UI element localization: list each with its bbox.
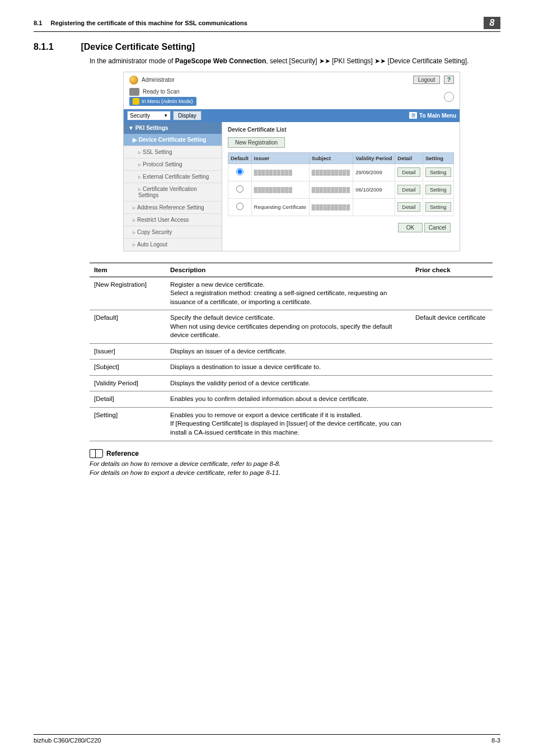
intro-post: , select [Security] ➤➤ [PKI Settings] ➤➤… [266, 57, 469, 65]
screenshot-panel: Administrator Logout ? Ready to Scan In … [123, 72, 460, 251]
printer-icon [129, 88, 139, 96]
heading-number: 8.1.1 [34, 42, 78, 52]
heading-title: [Device Certificate Setting] [81, 42, 195, 52]
nav-restrict-user[interactable]: ▹Restrict User Access [124, 213, 222, 226]
nav-ext-cert-label: External Certificate Setting [143, 174, 209, 180]
desc-description: Displays the validity period of a device… [166, 375, 411, 391]
nav-cert-verification[interactable]: ▹Certificate Verification Settings [124, 183, 222, 201]
desc-item: [Issuer] [90, 343, 166, 360]
nav-external-certificate[interactable]: ▹External Certificate Setting [124, 170, 222, 183]
detail-button[interactable]: Detail [397, 185, 420, 194]
default-radio[interactable] [236, 185, 243, 193]
desc-description: Specify the default device certificate. … [166, 310, 411, 344]
setting-button[interactable]: Setting [425, 202, 451, 212]
footer-model: bizhub C360/C280/C220 [34, 737, 101, 744]
dropdown-value: Security [130, 113, 150, 119]
administrator-icon [129, 76, 138, 85]
setting-button[interactable]: Setting [425, 167, 451, 177]
desc-prior [411, 360, 493, 376]
sidebar-nav: ▼ PKI Settings ▶ Device Certificate Sett… [124, 122, 222, 251]
desc-header-description: Description [166, 263, 411, 277]
chapter-badge: 8 [484, 17, 500, 29]
nav-copy-security[interactable]: ▹Copy Security [124, 226, 222, 238]
intro-paragraph: In the administrator mode of PageScope W… [90, 57, 500, 66]
desc-item: [Validity Period] [90, 375, 166, 391]
nav-address-reference[interactable]: ▹Address Reference Setting [124, 201, 222, 213]
desc-prior [411, 407, 493, 441]
logout-button[interactable]: Logout [413, 76, 441, 84]
desc-header-item: Item [90, 263, 166, 277]
administrator-label: Administrator [142, 77, 175, 83]
table-row: Requesting Certificate ██████████ Detail… [228, 198, 454, 216]
reference-line: For details on how to export a device ce… [90, 469, 500, 476]
main-menu-icon: ☰ [409, 112, 417, 119]
nav-device-certificate[interactable]: ▶ Device Certificate Setting [124, 134, 222, 146]
section-number: 8.1 [34, 20, 42, 26]
table-row: ██████████ ██████████ 29/09/2009 Detail … [228, 164, 454, 181]
table-row: [Default]Specify the default device cert… [90, 310, 493, 344]
reference-line: For details on how to remove a device ce… [90, 460, 500, 467]
desc-prior [411, 375, 493, 391]
nav-auto-logout[interactable]: ▹Auto Logout [124, 238, 222, 250]
ok-button[interactable]: OK [398, 223, 423, 232]
desc-header-prior: Prior check [411, 263, 493, 277]
help-button[interactable]: ? [444, 76, 454, 84]
to-main-menu-link[interactable]: ☰ To Main Menu [409, 112, 456, 119]
issuer-cell: ██████████ [254, 170, 293, 175]
setting-button[interactable]: Setting [425, 185, 451, 194]
desc-prior [411, 391, 493, 408]
desc-item: [Subject] [90, 360, 166, 376]
desc-item: [Detail] [90, 391, 166, 408]
intro-pre: In the administrator mode of [90, 57, 175, 65]
validity-cell [353, 198, 395, 216]
reference-label: Reference [106, 450, 139, 458]
desc-prior [411, 277, 493, 310]
cancel-button[interactable]: Cancel [424, 223, 451, 232]
subject-cell: ██████████ [312, 187, 350, 193]
chevron-down-icon: ▼ [163, 113, 168, 118]
default-radio[interactable] [236, 203, 243, 210]
reference-icon [90, 449, 103, 458]
detail-button[interactable]: Detail [397, 202, 420, 212]
validity-cell: 29/09/2009 [353, 164, 395, 181]
display-button[interactable]: Display [173, 111, 202, 120]
table-row: [Subject]Displays a destination to issue… [90, 360, 493, 376]
desc-prior: Default device certificate [411, 310, 493, 344]
default-radio[interactable] [236, 168, 243, 175]
nav-ssl-setting[interactable]: ▹SSL Setting [124, 146, 222, 158]
subject-cell: ██████████ [312, 204, 350, 210]
nav-addr-ref-label: Address Reference Setting [137, 204, 204, 211]
mode-icon [133, 98, 139, 105]
mode-label: In Menu (Admin Mode) [142, 99, 193, 104]
cert-list-title: Device Certificate List [228, 127, 454, 133]
nav-auto-logout-label: Auto Logout [137, 241, 167, 248]
desc-description: Displays a destination to issue a device… [166, 360, 411, 376]
nav-restrict-label: Restrict User Access [137, 217, 189, 223]
table-row: [Setting]Enables you to remove or export… [90, 407, 493, 441]
mode-badge: In Menu (Admin Mode) [129, 97, 196, 106]
nav-pki-settings[interactable]: ▼ PKI Settings [124, 122, 222, 134]
table-row: [Validity Period]Displays the validity p… [90, 375, 493, 391]
desc-description: Register a new device certificate. Selec… [166, 277, 411, 310]
nav-cert-verif-label: Certificate Verification Settings [138, 186, 197, 198]
status-ready: Ready to Scan [143, 88, 180, 95]
validity-cell: 06/10/2009 [353, 181, 395, 198]
section-title: Registering the certificate of this mach… [51, 20, 247, 26]
desc-description: Displays an issuer of a device certifica… [166, 343, 411, 360]
to-main-label: To Main Menu [419, 113, 456, 119]
intro-bold: PageScope Web Connection [175, 57, 266, 65]
category-dropdown[interactable]: Security ▼ [127, 111, 171, 120]
desc-description: Enables you to confirm detailed informat… [166, 391, 411, 408]
nav-protocol-setting[interactable]: ▹Protocol Setting [124, 158, 222, 170]
refresh-icon[interactable] [444, 92, 454, 102]
detail-button[interactable]: Detail [397, 167, 420, 177]
col-subject: Subject [309, 152, 353, 164]
table-row: [Issuer]Displays an issuer of a device c… [90, 343, 493, 360]
col-detail: Detail [395, 152, 423, 164]
new-registration-button[interactable]: New Registration [228, 137, 285, 148]
col-default: Default [228, 152, 252, 164]
table-row: [Detail]Enables you to confirm detailed … [90, 391, 493, 408]
nav-device-cert-label: Device Certificate Setting [139, 137, 207, 143]
desc-description: Enables you to remove or export a device… [166, 407, 411, 441]
footer-page: 8-3 [491, 737, 500, 744]
